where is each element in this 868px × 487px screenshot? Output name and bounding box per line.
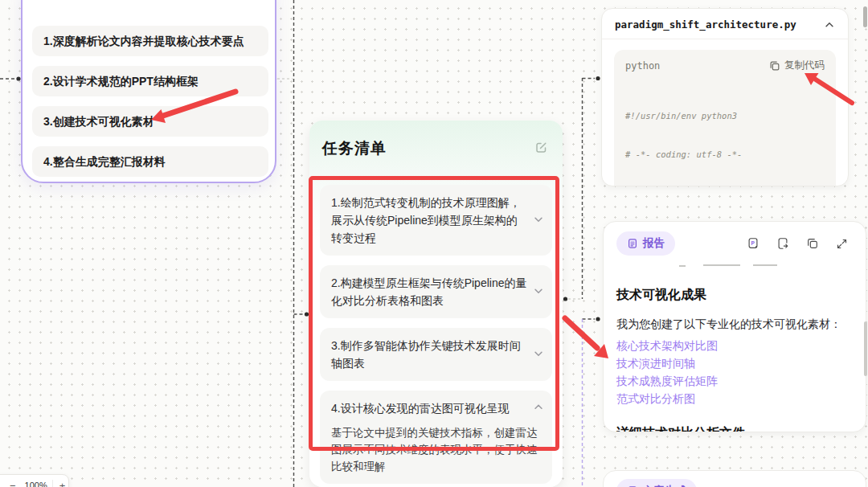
task-list-panel: 任务清单 1.绘制范式转变机制的技术原理图解，展示从传统Pipeline到模型原… (309, 121, 563, 487)
report-heading-visualization: 技术可视化成果 (616, 287, 853, 304)
copy-icon (769, 60, 780, 72)
content-generation-label: 文案生成 (643, 484, 686, 487)
plan-step-1: 1.深度解析论文内容并提取核心技术要点 (32, 26, 268, 56)
report-badge: 报告 (616, 231, 675, 256)
code-filename: paradigm_shift_architecture.py (615, 18, 796, 31)
task-item-label: 1.绘制范式转变机制的技术原理图解，展示从传统Pipeline到模型原生架构的转… (331, 194, 528, 247)
chevron-down-icon[interactable] (533, 285, 544, 300)
report-doc-icon (627, 238, 638, 249)
content-generation-panel: 文案生成 (603, 470, 866, 487)
link-architecture-comparison[interactable]: 核心技术架构对比图 (616, 337, 853, 354)
task-item-label: 4.设计核心发现的雷达图可视化呈现 (331, 399, 528, 417)
svg-text:P: P (751, 240, 755, 246)
task-list-title: 任务清单 (322, 140, 387, 157)
plan-step-4: 4.整合生成完整汇报材料 (32, 146, 268, 177)
scrolled-text-fragment (679, 263, 784, 268)
link-paradigm-comparison[interactable]: 范式对比分析图 (616, 390, 853, 407)
expand-icon[interactable] (836, 238, 848, 250)
chevron-up-icon[interactable] (533, 401, 544, 415)
task-item-description: 基于论文中提到的关键技术指标，创建雷达图展示不同技术维度的表现水平，便于快速比较… (331, 424, 544, 475)
report-scrollbar-thumb[interactable] (864, 321, 867, 376)
plan-step-3: 3.创建技术可视化素材 (32, 106, 268, 137)
export-file-icon[interactable] (776, 237, 789, 250)
code-block: python 复制代码 #!/usr/bin/env python3 # -*-… (614, 50, 836, 186)
zoom-level: 100% (20, 481, 52, 487)
link-evolution-timeline[interactable]: 技术演进时间轴 (616, 354, 853, 372)
page-scrollbar-thumb[interactable] (863, 6, 867, 27)
copy-icon[interactable] (806, 237, 819, 250)
code-content: #!/usr/bin/env python3 # -*- coding: utf… (625, 84, 825, 186)
code-file-panel: paradigm_shift_architecture.py python 复制… (601, 8, 849, 186)
canvas-zoom-control: − 100% + (0, 474, 69, 487)
chevron-down-icon[interactable] (533, 214, 544, 228)
export-ppt-icon[interactable]: P (747, 237, 760, 250)
report-panel: 报告 P (603, 221, 866, 432)
content-generation-badge: 文案生成 (616, 479, 697, 487)
task-item-1[interactable]: 1.绘制范式转变机制的技术原理图解，展示从传统Pipeline到模型原生架构的转… (320, 185, 552, 256)
task-item-label: 2.构建模型原生框架与传统Pipeline的量化对比分析表格和图表 (331, 274, 528, 309)
report-badge-label: 报告 (643, 236, 665, 251)
plan-step-2: 2.设计学术规范的PPT结构框架 (32, 66, 268, 96)
report-intro-text: 我为您创建了以下专业化的技术可视化素材： (616, 317, 853, 332)
copy-code-label: 复制代码 (784, 59, 825, 72)
task-item-label: 3.制作多智能体协作关键技术发展时间轴图表 (331, 337, 528, 372)
chevron-down-icon[interactable] (533, 348, 544, 362)
collapse-chevron-up-icon[interactable] (824, 19, 835, 31)
task-item-4[interactable]: 4.设计核心发现的雷达图可视化呈现 基于论文中提到的关键技术指标，创建雷达图展示… (320, 391, 552, 484)
copy-code-button[interactable]: 复制代码 (769, 59, 825, 72)
zoom-out-button[interactable]: − (6, 480, 20, 487)
link-maturity-matrix[interactable]: 技术成熟度评估矩阵 (616, 372, 853, 390)
edit-icon[interactable] (534, 141, 548, 158)
zoom-in-button[interactable]: + (52, 480, 70, 487)
code-language-label: python (625, 60, 660, 72)
plan-steps-card: 1.深度解析论文内容并提取核心技术要点 2.设计学术规范的PPT结构框架 3.创… (21, 0, 276, 183)
task-item-2[interactable]: 2.构建模型原生框架与传统Pipeline的量化对比分析表格和图表 (320, 265, 552, 318)
task-item-3[interactable]: 3.制作多智能体协作关键技术发展时间轴图表 (320, 328, 552, 381)
report-heading-comparison-files: 详细技术对比分析文件 (616, 425, 853, 432)
